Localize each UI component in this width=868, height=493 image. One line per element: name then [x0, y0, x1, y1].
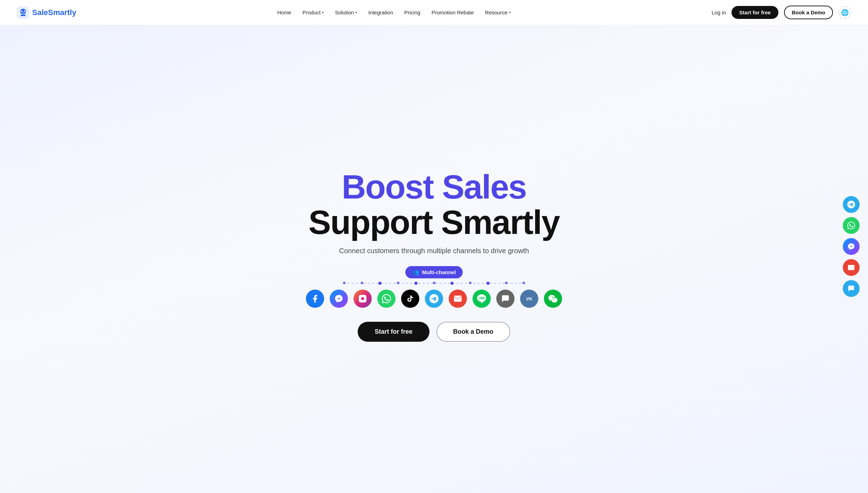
login-link[interactable]: Log in [712, 9, 726, 15]
badge-label: Multi-channel [422, 269, 456, 275]
nav-pricing[interactable]: Pricing [404, 9, 420, 15]
connector-dot [450, 282, 454, 285]
start-free-button[interactable]: Start for free [732, 6, 778, 19]
wechat-icon[interactable] [544, 290, 562, 308]
facebook-icon[interactable] [306, 290, 324, 308]
nav-product[interactable]: Product ▾ [302, 9, 324, 15]
side-email-button[interactable] [843, 259, 860, 276]
nav-solution[interactable]: Solution ▾ [335, 9, 357, 15]
cta-buttons: Start for free Book a Demo [358, 322, 510, 342]
hero-subtitle: Connect customers through multiple chann… [339, 247, 529, 255]
nav-home[interactable]: Home [277, 9, 291, 15]
hero-section: Boost Sales Support Smartly Connect cust… [0, 25, 868, 493]
connector-dot [361, 282, 363, 284]
connector-dot [343, 282, 345, 284]
side-chat-button[interactable] [843, 280, 860, 297]
book-demo-button-nav[interactable]: Book a Demo [784, 6, 833, 19]
line-icon[interactable] [472, 290, 491, 308]
svg-rect-2 [21, 15, 26, 16]
connector-dot [397, 282, 399, 284]
logo[interactable]: SaleSmartly [17, 6, 76, 19]
whatsapp-icon[interactable] [377, 290, 396, 308]
solution-chevron-icon: ▾ [355, 11, 357, 14]
connector-dot [414, 282, 418, 285]
brand-name: SaleSmartly [32, 8, 76, 17]
instagram-icon[interactable] [354, 290, 372, 308]
hero-title-blue: Boost Sales [342, 169, 526, 205]
start-free-hero-button[interactable]: Start for free [358, 322, 429, 342]
connector-dot [505, 282, 507, 284]
side-actions [843, 196, 860, 297]
product-chevron-icon: ▾ [322, 11, 324, 14]
nav-resource[interactable]: Resource ▾ [485, 9, 511, 15]
language-button[interactable]: 🌐 [839, 6, 851, 19]
nav-actions: Log in Start for free Book a Demo 🌐 [712, 6, 851, 19]
social-icons-row: VK [306, 290, 562, 308]
side-messenger-button[interactable] [843, 238, 860, 255]
hero-title-dark: Support Smartly [309, 205, 560, 240]
resource-chevron-icon: ▾ [509, 11, 511, 14]
vk-icon[interactable]: VK [520, 290, 538, 308]
navbar: SaleSmartly Home Product ▾ Solution ▾ In… [0, 0, 868, 25]
channel-connector [343, 280, 525, 287]
side-telegram-button[interactable] [843, 196, 860, 213]
connector-dot [378, 282, 382, 285]
messenger-icon[interactable] [330, 290, 348, 308]
multi-channel-icon: 👥 [412, 269, 419, 276]
connector-dot [469, 282, 471, 284]
connector-dot [486, 282, 490, 285]
connector-dot [523, 282, 525, 284]
nav-links: Home Product ▾ Solution ▾ Integration Pr… [277, 9, 511, 15]
nav-promotion-rebate[interactable]: Promotion Rebate [432, 9, 474, 15]
side-whatsapp-button[interactable] [843, 217, 860, 234]
telegram-channel-icon[interactable] [425, 290, 443, 308]
tiktok-icon[interactable] [401, 290, 419, 308]
svg-point-3 [21, 11, 22, 12]
livechat-icon[interactable] [496, 290, 514, 308]
multi-channel-badge[interactable]: 👥 Multi-channel [405, 266, 463, 278]
email-channel-icon[interactable] [449, 290, 467, 308]
book-demo-hero-button[interactable]: Book a Demo [436, 322, 510, 342]
nav-integration[interactable]: Integration [368, 9, 393, 15]
svg-point-4 [24, 11, 25, 12]
connector-dot [433, 282, 435, 284]
